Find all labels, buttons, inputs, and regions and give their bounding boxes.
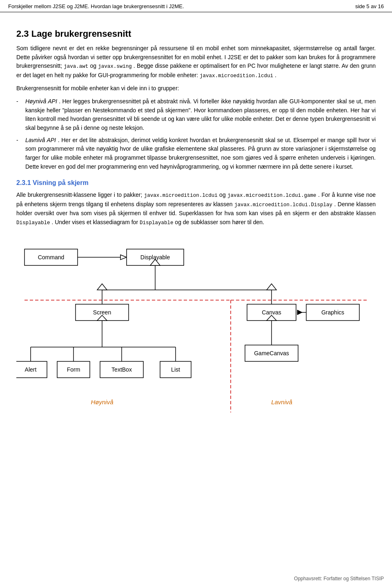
section-2-3-list: - Høynivå API . Her legges brukergrenses… bbox=[16, 97, 376, 172]
main-content: 2.3 Lage brukergrensesnitt Som tidligere… bbox=[0, 12, 392, 437]
lavniva-label: Lavnivå bbox=[271, 399, 292, 405]
form-label: Form bbox=[67, 366, 80, 373]
canvas-label: Canvas bbox=[262, 309, 281, 316]
section-2-3-1-para1: Alle brukergrensesnitt-klassene ligger i… bbox=[16, 191, 376, 227]
section-2-3-para1: Som tidligere nevnt er det en rekke begr… bbox=[16, 44, 376, 80]
svg-marker-19 bbox=[297, 310, 302, 315]
alert-label: Alert bbox=[25, 366, 37, 373]
header-title: Forskjeller mellom J2SE og J2ME. Hvordan… bbox=[8, 3, 184, 9]
section-2-3-title: 2.3 Lage brukergrensesnitt bbox=[16, 29, 376, 39]
section-2-3-para2: Brukergrensesnitt for mobile enheter kan… bbox=[16, 84, 376, 93]
list-bullet: - bbox=[16, 97, 22, 106]
list-item-italic: Lavnivå API bbox=[25, 137, 56, 143]
gamecanvas-label: GameCanvas bbox=[254, 350, 289, 356]
command-label: Command bbox=[38, 254, 65, 261]
list-item: - Lavnivå API . Her er det lite abstraks… bbox=[16, 136, 376, 172]
list-item-text: Høynivå API . Her legges brukergrensesni… bbox=[25, 97, 376, 133]
screen-label: Screen bbox=[93, 309, 111, 316]
list-bullet: - bbox=[16, 136, 22, 145]
page-footer: Opphavsrett: Forfatter og Stiftelsen TIS… bbox=[294, 576, 384, 581]
textbox-label: TextBox bbox=[111, 366, 132, 373]
list-label: List bbox=[171, 366, 180, 373]
footer-text: Opphavsrett: Forfatter og Stiftelsen TIS… bbox=[294, 576, 384, 581]
svg-marker-12 bbox=[97, 284, 107, 290]
diagram-svg: Command Displayable Screen bbox=[16, 237, 376, 412]
graphics-label: Graphics bbox=[321, 309, 344, 316]
page-header: Forskjeller mellom J2SE og J2ME. Hvordan… bbox=[0, 0, 392, 12]
svg-marker-2 bbox=[120, 255, 127, 260]
hoyniva-label: Høynivå bbox=[91, 399, 113, 405]
list-item-text: Lavnivå API . Her er det lite abstraksjo… bbox=[25, 136, 376, 172]
section-2-3-1-title: 2.3.1 Visning på skjerm bbox=[16, 179, 376, 187]
class-diagram: Command Displayable Screen bbox=[16, 237, 376, 414]
list-item: - Høynivå API . Her legges brukergrenses… bbox=[16, 97, 376, 133]
svg-marker-16 bbox=[267, 284, 276, 290]
page-number: side 5 av 16 bbox=[355, 3, 384, 9]
list-item-italic: Høynivå API bbox=[25, 98, 57, 105]
